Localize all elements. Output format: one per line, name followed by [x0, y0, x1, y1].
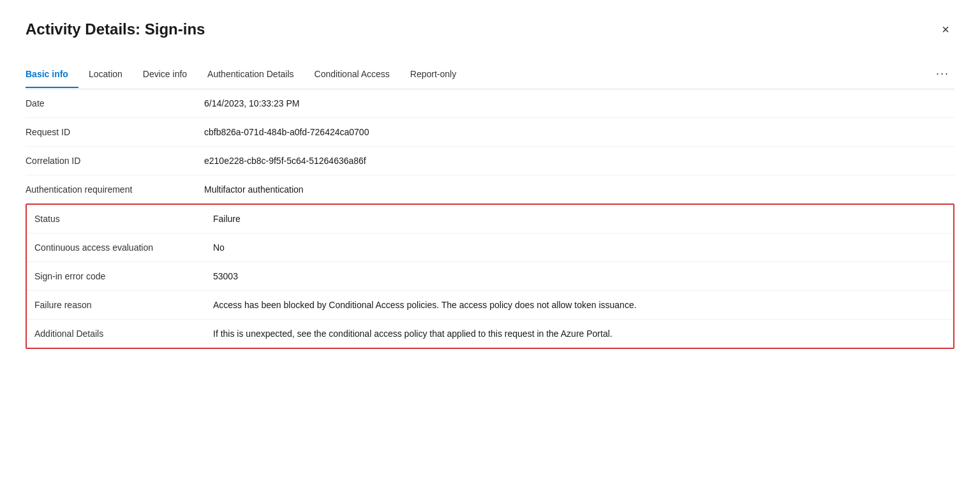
tab-report-only[interactable]: Report-only: [400, 61, 466, 88]
field-label: Date: [26, 98, 204, 108]
field-value: No: [213, 242, 946, 253]
field-label: Status: [34, 214, 213, 224]
field-value: Multifactor authentication: [204, 184, 954, 195]
field-label: Sign-in error code: [34, 271, 213, 281]
highlighted-section: StatusFailureContinuous access evaluatio…: [26, 204, 954, 349]
field-row: StatusFailure: [27, 205, 953, 233]
tab-content: Date6/14/2023, 10:33:23 PMRequest IDcbfb…: [26, 89, 954, 349]
field-value: 53003: [213, 271, 946, 281]
field-row: Correlation IDe210e228-cb8c-9f5f-5c64-51…: [26, 147, 954, 175]
field-label: Authentication requirement: [26, 184, 204, 195]
tab-device-info[interactable]: Device info: [133, 61, 197, 88]
tab-conditional-access[interactable]: Conditional Access: [304, 61, 400, 88]
field-label: Failure reason: [34, 300, 213, 310]
field-row: Authentication requirementMultifactor au…: [26, 175, 954, 204]
field-value: If this is unexpected, see the condition…: [213, 329, 946, 339]
tab-more-button[interactable]: ···: [931, 59, 954, 89]
tab-basic-info[interactable]: Basic info: [26, 61, 78, 88]
close-button[interactable]: ×: [937, 20, 954, 38]
field-row: Additional DetailsIf this is unexpected,…: [27, 320, 953, 348]
field-row: Request IDcbfb826a-071d-484b-a0fd-726424…: [26, 118, 954, 147]
tab-bar: Basic infoLocationDevice infoAuthenticat…: [26, 59, 954, 89]
field-row: Continuous access evaluationNo: [27, 233, 953, 262]
field-value: 6/14/2023, 10:33:23 PM: [204, 98, 954, 108]
activity-details-panel: Activity Details: Sign-ins × Basic infoL…: [0, 0, 980, 481]
field-value: e210e228-cb8c-9f5f-5c64-51264636a86f: [204, 156, 954, 166]
field-row: Sign-in error code53003: [27, 262, 953, 291]
tab-location[interactable]: Location: [78, 61, 133, 88]
panel-title: Activity Details: Sign-ins: [26, 20, 205, 38]
field-label: Correlation ID: [26, 156, 204, 166]
field-row: Date6/14/2023, 10:33:23 PM: [26, 89, 954, 118]
normal-fields: Date6/14/2023, 10:33:23 PMRequest IDcbfb…: [26, 89, 954, 204]
field-label: Additional Details: [34, 329, 213, 339]
field-label: Request ID: [26, 127, 204, 137]
field-row: Failure reasonAccess has been blocked by…: [27, 291, 953, 320]
field-value: Failure: [213, 214, 946, 224]
panel-header: Activity Details: Sign-ins ×: [26, 20, 954, 38]
tab-authentication-details[interactable]: Authentication Details: [197, 61, 304, 88]
field-label: Continuous access evaluation: [34, 242, 213, 253]
field-value: Access has been blocked by Conditional A…: [213, 300, 946, 310]
field-value: cbfb826a-071d-484b-a0fd-726424ca0700: [204, 127, 954, 137]
